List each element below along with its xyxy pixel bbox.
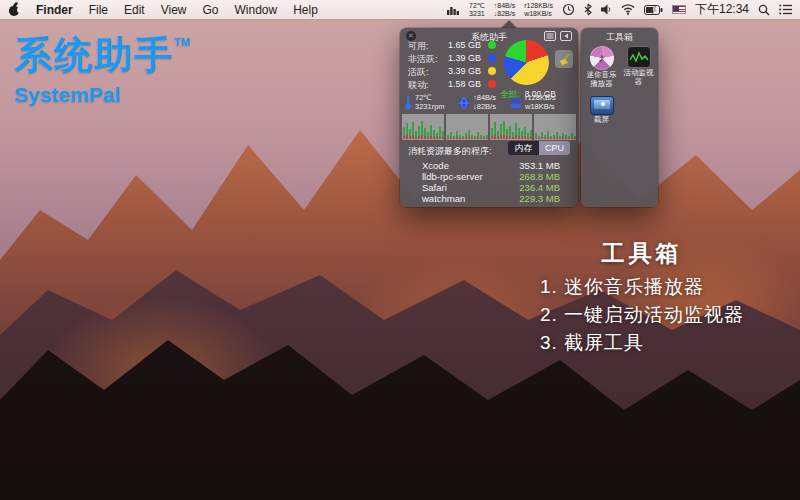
usage-histograms [402, 114, 576, 140]
system-assistant-panel: ✕ 系统助手 可用: 1.65 GB 非活跃: 1.39 GB 活跃: 3.39… [400, 28, 578, 207]
toolbox-panel: 工具箱 ♪ 迷你音乐播放器 活动监视器 截屏 [581, 28, 658, 207]
process-row: watchman 229.3 MB [422, 193, 560, 204]
histogram-cell [446, 114, 488, 140]
status-temp-fan[interactable]: 72℃3231 [469, 2, 485, 17]
memory-value: 1.39 GB [448, 53, 481, 63]
branding-title: 系统助手TM [14, 30, 190, 81]
sensor-text: 72℃3231rpm [415, 94, 445, 111]
promo-line: 1. 迷你音乐播放器 [540, 273, 744, 301]
promo-title: 工具箱 [540, 238, 744, 269]
toolbox-title: 工具箱 [581, 31, 658, 44]
wifi-icon[interactable] [621, 4, 635, 15]
memory-value: 1.65 GB [448, 40, 481, 50]
screenshot-icon [590, 96, 614, 115]
menu-edit[interactable]: Edit [124, 3, 145, 17]
menu-help[interactable]: Help [293, 3, 318, 17]
sensor-network: ↑84B/s↓82B/s [458, 94, 496, 111]
sensor-disk: r128KB/sw18KB/s [510, 94, 556, 111]
input-language-flag-icon[interactable] [672, 5, 686, 14]
process-row: Xcode 353.1 MB [422, 160, 560, 171]
process-value: 236.4 MB [519, 182, 560, 193]
legend-dot-inactive [488, 54, 496, 62]
memory-label: 活跃: [408, 66, 429, 79]
cpu-histogram-icon[interactable] [447, 4, 460, 15]
process-name: Safari [422, 182, 447, 193]
menu-bar-clock[interactable]: 下午12:34 [695, 1, 749, 18]
toolbox-item-screenshot[interactable]: 截屏 [583, 96, 620, 124]
memory-label: 联动: [408, 79, 429, 92]
toolbox-item-music-player[interactable]: ♪ 迷你音乐播放器 [583, 46, 620, 88]
status-network[interactable]: ↑84B/s↓82B/s [494, 2, 515, 17]
network-icon [458, 97, 470, 109]
promo-text: 工具箱 1. 迷你音乐播放器 2. 一键启动活动监视器 3. 截屏工具 [540, 238, 744, 357]
process-name: watchman [422, 193, 465, 204]
branding-subtitle: SystemPal [14, 83, 190, 107]
memory-cpu-segmented-control: 内存 CPU [508, 141, 570, 155]
sensor-text: r128KB/sw18KB/s [525, 94, 556, 111]
process-value: 353.1 MB [519, 160, 560, 171]
menu-go[interactable]: Go [203, 3, 219, 17]
status-disk[interactable]: r128KB/sw18KB/s [524, 2, 553, 17]
activity-monitor-icon [627, 46, 651, 68]
battery-icon[interactable] [644, 5, 663, 15]
bluetooth-icon[interactable] [584, 3, 592, 16]
apple-menu-icon[interactable] [8, 3, 20, 16]
memory-value: 1.58 GB [448, 79, 481, 89]
panel-header: 工具箱 [581, 28, 658, 44]
branding-title-text: 系统助手 [14, 34, 174, 76]
process-value: 229.3 MB [519, 193, 560, 204]
process-value: 268.8 MB [519, 171, 560, 182]
desktop: 系统助手TM SystemPal 工具箱 1. 迷你音乐播放器 2. 一键启动活… [0, 0, 800, 500]
menu-bar: Finder File Edit View Go Window Help 72℃… [0, 0, 800, 19]
clean-memory-button[interactable] [555, 50, 573, 68]
memory-row-inactive: 非活跃: 1.39 GB [408, 53, 504, 66]
music-player-icon: ♪ [590, 46, 614, 70]
sensor-temperature: 72℃3231rpm [404, 94, 445, 111]
menu-bar-status: 72℃3231 ↑84B/s↓82B/s r128KB/sw18KB/s 下午1… [447, 1, 792, 18]
process-section-title: 消耗资源最多的程序: [408, 145, 492, 158]
menu-window[interactable]: Window [235, 3, 278, 17]
sensor-text: ↑84B/s↓82B/s [473, 94, 496, 111]
disk-icon [510, 97, 522, 109]
toolbox-item-label: 截屏 [583, 115, 620, 124]
process-name: lldb-rpc-server [422, 171, 483, 182]
legend-dot-wired [488, 80, 496, 88]
notification-center-icon[interactable] [779, 4, 792, 15]
time-machine-icon[interactable] [562, 3, 575, 16]
toolbox-item-label: 迷你音乐播放器 [583, 70, 620, 88]
memory-row-active: 活跃: 3.39 GB [408, 66, 504, 79]
histogram-cell [490, 114, 532, 140]
thermometer-icon [404, 95, 412, 110]
segment-cpu[interactable]: CPU [539, 141, 570, 155]
spotlight-search-icon[interactable] [758, 4, 770, 16]
memory-pie-chart [504, 40, 549, 85]
menu-file[interactable]: File [89, 3, 108, 17]
menu-app-name[interactable]: Finder [36, 3, 73, 17]
menu-view[interactable]: View [161, 3, 187, 17]
menu-bar-left: Finder File Edit View Go Window Help [8, 3, 318, 17]
promo-line: 2. 一键启动活动监视器 [540, 301, 744, 329]
memory-label: 非活跃: [408, 53, 438, 66]
process-row: lldb-rpc-server 268.8 MB [422, 171, 560, 182]
toolbox-item-activity-monitor[interactable]: 活动监视器 [620, 46, 657, 86]
volume-icon[interactable] [601, 4, 612, 15]
legend-dot-active [488, 67, 496, 75]
memory-value: 3.39 GB [448, 66, 481, 76]
promo-line: 3. 截屏工具 [540, 329, 744, 357]
memory-row-wired: 联动: 1.58 GB [408, 79, 504, 92]
legend-dot-free [488, 41, 496, 49]
process-name: Xcode [422, 160, 449, 171]
sidebar-toggle-icon[interactable] [560, 31, 572, 41]
histogram-cell [534, 114, 576, 140]
memory-label: 可用: [408, 40, 429, 53]
broom-icon [558, 53, 571, 66]
branding: 系统助手TM SystemPal [14, 30, 190, 107]
process-row: Safari 236.4 MB [422, 182, 560, 193]
toolbox-item-label: 活动监视器 [620, 68, 657, 86]
trademark-symbol: TM [174, 36, 190, 48]
music-note-glyph: ♪ [590, 46, 614, 70]
histogram-cell [402, 114, 444, 140]
memory-row-free: 可用: 1.65 GB [408, 40, 504, 53]
process-list-icon[interactable] [544, 31, 556, 41]
segment-memory[interactable]: 内存 [508, 141, 539, 155]
